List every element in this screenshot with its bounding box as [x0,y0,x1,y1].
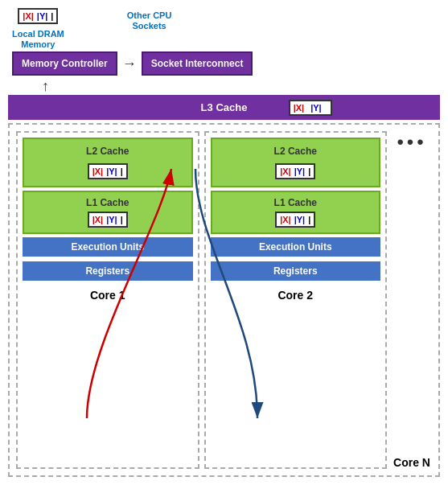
core1-l1-label: L1 Cache [86,197,129,208]
right-arrow: → [122,55,137,72]
core2-title: Core 2 [277,289,313,302]
up-arrow-mem: ↑ [42,79,440,93]
x-icon: |X| [23,11,34,21]
core2-block: L2 Cache |X| |Y| | L1 Cache |X| |Y| | [204,131,388,469]
dram-cache-cell: |X| |Y| | [18,8,58,24]
core1-registers: Registers [23,261,193,281]
core-n-title: Core N [393,215,430,469]
core2-l1-label: L1 Cache [274,197,317,208]
core1-l2-cache: L2 Cache |X| |Y| | [23,138,193,187]
socket-interconnect-box: Socket Interconnect [142,51,253,76]
core2-l2-cell: |X| |Y| | [275,163,315,179]
core1-l1-cache: L1 Cache |X| |Y| | [23,191,193,234]
cpu-sockets-label: Other CPUSockets [127,10,172,31]
core2-l2-cache: L2 Cache |X| |Y| | [211,138,381,187]
ellipsis-dots: ••• [397,131,426,154]
core1-exec-units: Execution Units [23,237,193,257]
core1-title: Core 1 [90,289,125,302]
l3-inner-cache-cell: |X| |Y| | [289,100,332,116]
core1-l1-cell: |X| |Y| | [88,212,128,228]
dots-column: ••• Core N [392,131,432,469]
core1-l2-label: L2 Cache [86,146,129,157]
core1-block: L2 Cache |X| |Y| | L1 Cache |X| |Y| | [16,131,199,469]
core1-l2-cell: |X| |Y| | [88,163,128,179]
dram-group: |X| |Y| | Local DRAMMemory [12,8,64,50]
core2-l1-cell: |X| |Y| | [275,212,315,228]
core2-registers: Registers [211,261,381,281]
core2-l1-cache: L1 Cache |X| |Y| | [211,191,381,234]
core2-exec-units: Execution Units [211,237,381,257]
dram-label: Local DRAMMemory [12,29,64,50]
memory-controller-box: Memory Controller [12,51,117,76]
l3-cache-bar: L3 Cache |X| |Y| | [8,95,440,120]
cores-container: L2 Cache |X| |Y| | L1 Cache |X| |Y| | [8,123,440,477]
cpu-sockets-group: Other CPUSockets [127,8,172,31]
l3-label: L3 Cache [201,101,248,113]
y-icon: |Y| [37,11,48,21]
core2-l2-label: L2 Cache [274,146,317,157]
